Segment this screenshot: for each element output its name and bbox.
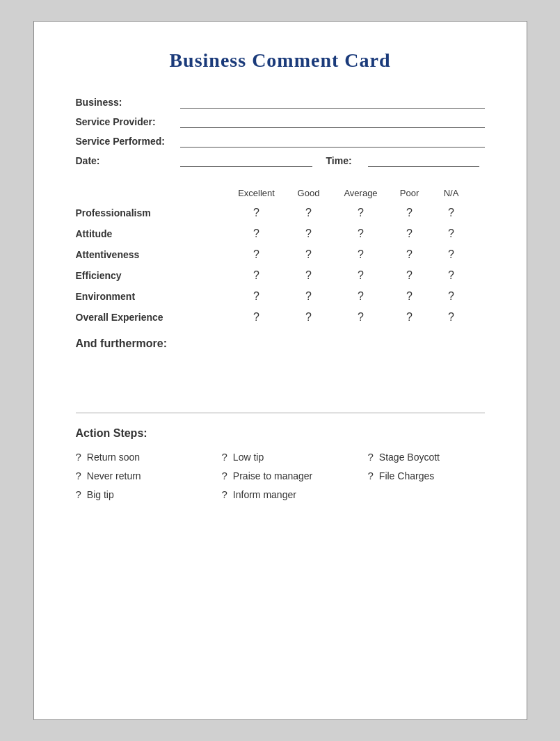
header-poor: Poor	[389, 188, 431, 198]
header-good: Good	[285, 188, 333, 198]
action-item-inform-manager[interactable]: ? Inform manger	[222, 488, 361, 500]
professionalism-good[interactable]: ?	[285, 207, 333, 219]
business-row: Business:	[76, 96, 485, 109]
action-item-return-soon[interactable]: ? Return soon	[76, 451, 215, 463]
date-time-row: Date: Time:	[76, 154, 485, 167]
time-group: Time:	[326, 154, 479, 167]
service-provider-row: Service Provider:	[76, 115, 485, 128]
action-label-low-tip: Low tip	[233, 452, 264, 463]
overall-na[interactable]: ?	[431, 311, 472, 324]
action-item-praise-manager[interactable]: ? Praise to manager	[222, 470, 361, 481]
service-performed-label: Service Performed:	[76, 136, 177, 147]
environment-na[interactable]: ?	[431, 290, 472, 303]
service-performed-input-line[interactable]	[180, 135, 485, 148]
action-item-big-tip[interactable]: ? Big tip	[76, 488, 215, 500]
label-professionalism: Professionalism	[76, 207, 229, 218]
professionalism-excellent[interactable]: ?	[229, 207, 285, 219]
professionalism-average[interactable]: ?	[333, 207, 389, 219]
action-item-empty	[368, 488, 507, 500]
action-label-stage-boycott: Stage Boycott	[379, 452, 440, 463]
action-icon-file-charges: ?	[368, 470, 374, 481]
efficiency-na[interactable]: ?	[431, 269, 472, 282]
attitude-good[interactable]: ?	[285, 228, 333, 240]
overall-excellent[interactable]: ?	[229, 311, 285, 324]
rating-section: Excellent Good Average Poor N/A Professi…	[76, 188, 485, 324]
attitude-excellent[interactable]: ?	[229, 228, 285, 240]
action-label-big-tip: Big tip	[87, 489, 114, 500]
rating-row-attentiveness: Attentiveness ? ? ? ? ?	[76, 248, 485, 261]
header-na: N/A	[431, 188, 472, 198]
business-input-line[interactable]	[180, 96, 485, 109]
attitude-average[interactable]: ?	[333, 228, 389, 240]
label-overall-experience: Overall Experience	[76, 312, 229, 323]
environment-good[interactable]: ?	[285, 290, 333, 303]
action-steps-section: Action Steps: ? Return soon ? Low tip ? …	[76, 427, 485, 500]
label-environment: Environment	[76, 291, 229, 302]
date-group: Date:	[76, 154, 312, 167]
action-icon-return-soon: ?	[76, 451, 81, 463]
header-empty	[76, 188, 229, 198]
action-item-stage-boycott[interactable]: ? Stage Boycott	[368, 451, 507, 463]
rating-row-attitude: Attitude ? ? ? ? ?	[76, 228, 485, 240]
attitude-na[interactable]: ?	[431, 228, 472, 240]
professionalism-poor[interactable]: ?	[389, 207, 431, 219]
form-section: Business: Service Provider: Service Perf…	[76, 96, 485, 167]
attentiveness-na[interactable]: ?	[431, 248, 472, 261]
rating-row-environment: Environment ? ? ? ? ?	[76, 290, 485, 303]
label-efficiency: Efficiency	[76, 270, 229, 281]
efficiency-good[interactable]: ?	[285, 269, 333, 282]
action-icon-praise-manager: ?	[222, 470, 227, 481]
date-input-line[interactable]	[180, 154, 312, 167]
date-label: Date:	[76, 155, 177, 166]
service-performed-row: Service Performed:	[76, 135, 485, 148]
efficiency-excellent[interactable]: ?	[229, 269, 285, 282]
action-steps-grid: ? Return soon ? Low tip ? Stage Boycott …	[76, 451, 485, 500]
environment-average[interactable]: ?	[333, 290, 389, 303]
environment-poor[interactable]: ?	[389, 290, 431, 303]
service-provider-label: Service Provider:	[76, 116, 177, 127]
label-attentiveness: Attentiveness	[76, 249, 229, 260]
divider-line	[76, 413, 485, 413]
time-input-line[interactable]	[368, 154, 479, 167]
header-average: Average	[333, 188, 389, 198]
overall-average[interactable]: ?	[333, 311, 389, 324]
rating-row-efficiency: Efficiency ? ? ? ? ?	[76, 269, 485, 282]
rating-header: Excellent Good Average Poor N/A	[76, 188, 485, 198]
page-title: Business Comment Card	[76, 49, 485, 72]
action-icon-big-tip: ?	[76, 488, 81, 500]
action-icon-inform-manager: ?	[222, 488, 227, 500]
comment-card-page: Business Comment Card Business: Service …	[33, 21, 527, 720]
professionalism-na[interactable]: ?	[431, 207, 472, 219]
time-label: Time:	[326, 155, 365, 166]
action-icon-low-tip: ?	[222, 451, 227, 463]
service-provider-input-line[interactable]	[180, 115, 485, 128]
action-label-return-soon: Return soon	[87, 452, 140, 463]
overall-poor[interactable]: ?	[389, 311, 431, 324]
attentiveness-excellent[interactable]: ?	[229, 248, 285, 261]
label-attitude: Attitude	[76, 228, 229, 239]
action-label-never-return: Never return	[87, 470, 141, 481]
action-item-low-tip[interactable]: ? Low tip	[222, 451, 361, 463]
action-icon-never-return: ?	[76, 470, 81, 481]
action-label-praise-manager: Praise to manager	[233, 470, 312, 481]
action-item-never-return[interactable]: ? Never return	[76, 470, 215, 481]
furthermore-section: And furthermore:	[76, 337, 485, 350]
attentiveness-good[interactable]: ?	[285, 248, 333, 261]
rating-row-overall-experience: Overall Experience ? ? ? ? ?	[76, 311, 485, 324]
attitude-poor[interactable]: ?	[389, 228, 431, 240]
action-label-inform-manager: Inform manger	[233, 489, 296, 500]
action-steps-title: Action Steps:	[76, 427, 485, 440]
efficiency-average[interactable]: ?	[333, 269, 389, 282]
action-label-file-charges: File Charges	[379, 470, 434, 481]
action-item-file-charges[interactable]: ? File Charges	[368, 470, 507, 481]
attentiveness-average[interactable]: ?	[333, 248, 389, 261]
business-label: Business:	[76, 97, 177, 108]
efficiency-poor[interactable]: ?	[389, 269, 431, 282]
header-excellent: Excellent	[229, 188, 285, 198]
environment-excellent[interactable]: ?	[229, 290, 285, 303]
action-icon-stage-boycott: ?	[368, 451, 374, 463]
rating-row-professionalism: Professionalism ? ? ? ? ?	[76, 207, 485, 219]
furthermore-title: And furthermore:	[76, 337, 485, 350]
attentiveness-poor[interactable]: ?	[389, 248, 431, 261]
overall-good[interactable]: ?	[285, 311, 333, 324]
